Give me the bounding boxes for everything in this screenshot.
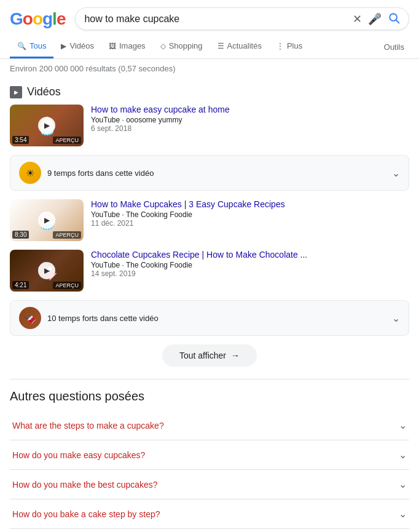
question-item-2: How do you make easy cupcakes? ⌄	[10, 440, 409, 470]
divider-1	[10, 379, 409, 379]
logo-e: e	[57, 9, 66, 29]
video-duration-2: 8:30	[12, 231, 29, 239]
question-chevron-4: ⌄	[399, 508, 407, 520]
video-thumb-2: 🧁 ▶ 8:30 APERÇU	[10, 199, 84, 241]
question-header-2[interactable]: How do you make easy cupcakes? ⌄	[10, 440, 409, 469]
search-input[interactable]	[84, 14, 348, 25]
video-label-3: APERÇU	[53, 282, 81, 289]
main-content: Vidéos 🧁 ▶ 3:54 APERÇU How to make easy …	[0, 85, 419, 532]
question-chevron-2: ⌄	[399, 449, 407, 461]
logo-g2: g	[42, 9, 52, 29]
images-icon: 🖼	[109, 42, 116, 50]
search-bar: ✕ 🎤	[75, 7, 409, 30]
video-title-3[interactable]: Chocolate Cupcakes Recipe | How to Make …	[91, 250, 307, 260]
question-text-4: How do you bake a cake step by step?	[12, 509, 160, 519]
question-header-3[interactable]: How do you make the best cupcakes? ⌄	[10, 470, 409, 499]
svg-line-1	[396, 20, 399, 23]
video-thumb-1: 🧁 ▶ 3:54 APERÇU	[10, 105, 84, 146]
question-text-1: What are the steps to make a cupcake?	[12, 421, 164, 431]
question-header-4[interactable]: How do you bake a cake step by step? ⌄	[10, 499, 409, 528]
video-label-2: APERÇU	[53, 231, 81, 239]
video-duration-1: 3:54	[12, 136, 29, 144]
question-text-3: How do you make the best cupcakes?	[12, 480, 158, 490]
results-info: Environ 200 000 000 résultats (0,57 seco…	[0, 59, 419, 78]
question-text-2: How do you make easy cupcakes?	[12, 450, 145, 460]
search-button[interactable]	[388, 12, 400, 26]
autres-questions-title: Autres questions posées	[10, 389, 409, 403]
tout-afficher-button[interactable]: Tout afficher →	[162, 344, 257, 367]
google-logo: Google	[10, 9, 65, 29]
outils-button[interactable]: Outils	[379, 36, 409, 58]
video-info-2: How to Make Cupcakes | 3 Easy Cupcake Re…	[91, 199, 409, 228]
question-chevron-1: ⌄	[399, 419, 407, 431]
video-date-2: 11 déc. 2021	[91, 219, 409, 228]
header: Google ✕ 🎤	[0, 0, 419, 35]
video-item-3: 🍫 ▶ 4:21 APERÇU Chocolate Cupcakes Recip…	[10, 250, 409, 292]
video-title-1[interactable]: How to make easy cupcake at home	[91, 105, 230, 114]
nav-tabs: 🔍 Tous ▶ Vidéos 🖼 Images ◇ Shopping ☰ Ac…	[0, 35, 419, 59]
autres-questions-section: Autres questions posées What are the ste…	[10, 389, 409, 529]
tab-tous[interactable]: 🔍 Tous	[10, 35, 53, 58]
voice-search-button[interactable]: 🎤	[368, 12, 382, 26]
video-icon: ▶	[61, 42, 66, 50]
highlights-thumb-1: ☀	[19, 162, 41, 184]
question-item-1: What are the steps to make a cupcake? ⌄	[10, 411, 409, 440]
chevron-down-icon-1[interactable]: ⌄	[392, 167, 400, 179]
more-icon: ⋮	[276, 42, 284, 50]
video-label-1: APERÇU	[53, 137, 81, 144]
search-bar-icons: ✕ 🎤	[353, 12, 400, 26]
highlights-text-2: 10 temps forts dans cette vidéo	[47, 314, 386, 323]
play-button-1[interactable]: ▶	[38, 117, 55, 134]
highlights-text-1: 9 temps forts dans cette vidéo	[47, 169, 386, 178]
logo-o2: o	[33, 9, 42, 29]
logo-o1: o	[23, 9, 33, 29]
chevron-down-icon-2[interactable]: ⌄	[392, 312, 400, 324]
play-button-3[interactable]: ▶	[38, 262, 55, 279]
tab-shopping[interactable]: ◇ Shopping	[153, 35, 210, 58]
video-date-3: 14 sept. 2019	[91, 269, 409, 278]
clear-button[interactable]: ✕	[353, 12, 362, 26]
videos-section-header: Vidéos	[10, 85, 409, 98]
video-duration-3: 4:21	[12, 281, 29, 289]
video-info-3: Chocolate Cupcakes Recipe | How to Make …	[91, 250, 409, 278]
question-header-1[interactable]: What are the steps to make a cupcake? ⌄	[10, 411, 409, 440]
video-item-1: 🧁 ▶ 3:54 APERÇU How to make easy cupcake…	[10, 105, 409, 146]
highlights-thumb-2: 🍫	[19, 307, 41, 329]
question-item-4: How do you bake a cake step by step? ⌄	[10, 499, 409, 529]
video-source-1: YouTube · ooosome yummy	[91, 116, 409, 124]
tab-actualites[interactable]: ☰ Actualités	[210, 35, 269, 58]
play-button-2[interactable]: ▶	[38, 212, 55, 229]
video-source-3: YouTube · The Cooking Foodie	[91, 261, 409, 269]
video-title-2[interactable]: How to Make Cupcakes | 3 Easy Cupcake Re…	[91, 199, 285, 209]
tout-afficher-wrapper: Tout afficher →	[10, 344, 409, 367]
video-info-1: How to make easy cupcake at home YouTube…	[91, 105, 409, 133]
question-item-3: How do you make the best cupcakes? ⌄	[10, 470, 409, 499]
video-section-icon	[10, 86, 22, 98]
video-thumb-3: 🍫 ▶ 4:21 APERÇU	[10, 250, 84, 292]
tab-plus[interactable]: ⋮ Plus	[269, 35, 310, 58]
highlights-box-2[interactable]: 🍫 10 temps forts dans cette vidéo ⌄	[10, 300, 409, 336]
tab-images[interactable]: 🖼 Images	[101, 35, 153, 58]
highlights-box-1[interactable]: ☀ 9 temps forts dans cette vidéo ⌄	[10, 155, 409, 191]
tab-videos[interactable]: ▶ Vidéos	[53, 35, 101, 58]
news-icon: ☰	[217, 42, 224, 50]
shopping-icon: ◇	[160, 42, 166, 50]
question-chevron-3: ⌄	[399, 478, 407, 490]
video-source-2: YouTube · The Cooking Foodie	[91, 210, 409, 219]
video-date-1: 6 sept. 2018	[91, 124, 409, 133]
search-icon: 🔍	[17, 42, 26, 50]
logo-g: G	[10, 9, 23, 29]
logo-l: l	[52, 9, 57, 29]
video-item-2: 🧁 ▶ 8:30 APERÇU How to Make Cupcakes | 3…	[10, 199, 409, 241]
